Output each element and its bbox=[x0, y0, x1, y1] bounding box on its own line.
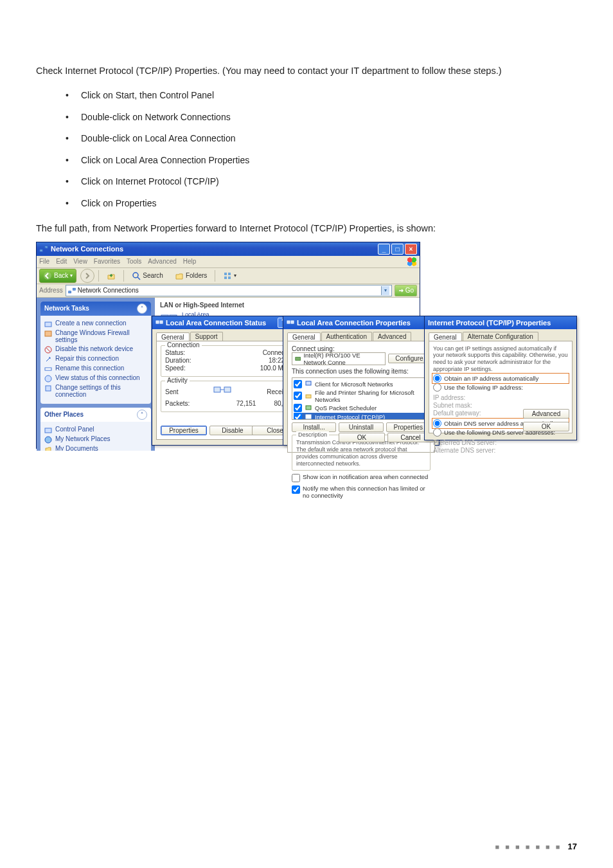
minimize-button[interactable]: _ bbox=[378, 244, 390, 255]
tab-advanced[interactable]: Advanced bbox=[373, 332, 411, 341]
address-value: Network Connections bbox=[78, 287, 139, 294]
collapse-icon[interactable]: ˄ bbox=[137, 410, 147, 420]
titlebar[interactable]: Network Connections _ □ × bbox=[37, 242, 420, 256]
tab-alternate[interactable]: Alternate Configuration bbox=[463, 332, 538, 341]
views-icon bbox=[223, 271, 232, 280]
svg-rect-26 bbox=[214, 387, 220, 392]
tab-authentication[interactable]: Authentication bbox=[321, 332, 372, 341]
go-label: Go bbox=[405, 287, 414, 294]
step-item: Click on Local Area Connection Propertie… bbox=[66, 154, 577, 167]
advanced-button[interactable]: Advanced bbox=[523, 409, 569, 419]
radio[interactable] bbox=[433, 428, 441, 437]
other-places-header[interactable]: Other Places ˄ bbox=[40, 408, 151, 422]
adapter-name: Intel(R) PRO/100 VE Network Conne bbox=[303, 352, 382, 366]
install-button[interactable]: Install... bbox=[292, 422, 336, 432]
steps-list: Click on Start, then Control Panel Doubl… bbox=[36, 89, 577, 210]
folders-icon bbox=[175, 271, 184, 280]
back-button[interactable]: Back ▾ bbox=[39, 269, 76, 283]
uninstall-button[interactable]: Uninstall bbox=[339, 422, 383, 432]
menu-help[interactable]: Help bbox=[183, 258, 197, 265]
item-check[interactable] bbox=[294, 404, 302, 412]
radio[interactable] bbox=[433, 419, 441, 428]
up-button[interactable] bbox=[103, 269, 120, 283]
dialog-titlebar[interactable]: Internet Protocol (TCP/IP) Properties bbox=[425, 316, 576, 329]
tcpip-properties-dialog: Internet Protocol (TCP/IP) Properties Ge… bbox=[424, 316, 577, 440]
svg-point-3 bbox=[133, 273, 138, 278]
dialog-title: Local Area Connection Status bbox=[166, 319, 266, 327]
menu-favorites[interactable]: Favorites bbox=[94, 258, 120, 265]
radio-use-ip[interactable]: Use the following IP address: bbox=[433, 383, 568, 392]
properties-button[interactable]: Properties bbox=[161, 426, 207, 435]
tcpip-icon bbox=[305, 413, 312, 420]
ok-button[interactable]: OK bbox=[523, 422, 569, 431]
tab-general[interactable]: General bbox=[429, 332, 462, 341]
address-dropdown-icon[interactable]: ▾ bbox=[381, 286, 389, 295]
list-item[interactable]: Client for Microsoft Networks bbox=[294, 380, 429, 388]
place-item[interactable]: Control Panel bbox=[44, 426, 147, 434]
step-item: Double-click on Local Area Connection bbox=[66, 132, 577, 145]
search-icon bbox=[132, 271, 141, 280]
item-check[interactable] bbox=[294, 413, 302, 420]
item-check[interactable] bbox=[294, 392, 302, 400]
list-item[interactable]: File and Printer Sharing for Microsoft N… bbox=[294, 389, 429, 403]
menu-advanced[interactable]: Advanced bbox=[148, 258, 176, 265]
svg-rect-32 bbox=[306, 381, 311, 385]
task-item[interactable]: Disable this network device bbox=[44, 345, 147, 354]
radio[interactable] bbox=[433, 374, 441, 383]
item-check[interactable] bbox=[294, 380, 302, 388]
collapse-icon[interactable]: ˄ bbox=[137, 303, 147, 314]
dialog-titlebar[interactable]: Local Area Connection Properties bbox=[283, 316, 439, 329]
dialog-title: Local Area Connection Properties bbox=[297, 319, 411, 327]
tab-support[interactable]: Support bbox=[190, 332, 223, 341]
search-button[interactable]: Search bbox=[128, 269, 167, 283]
my-documents-icon bbox=[44, 446, 52, 451]
step-item: Click on Start, then Control Panel bbox=[66, 89, 577, 102]
menu-file[interactable]: File bbox=[39, 258, 49, 265]
close-button[interactable]: × bbox=[405, 244, 417, 255]
step-item: Click on Internet Protocol (TCP/IP) bbox=[66, 176, 577, 188]
task-item[interactable]: Rename this connection bbox=[44, 365, 147, 373]
show-icon-check[interactable] bbox=[292, 474, 300, 482]
svg-rect-7 bbox=[224, 276, 227, 279]
network-tasks-header[interactable]: Network Tasks ˄ bbox=[40, 302, 151, 316]
maximize-button[interactable]: □ bbox=[391, 244, 404, 255]
folders-button[interactable]: Folders bbox=[171, 269, 211, 283]
address-combo[interactable]: Network Connections ▾ bbox=[66, 285, 392, 296]
radio-obtain-ip[interactable]: Obtain an IP address automatically bbox=[433, 374, 568, 383]
search-label: Search bbox=[143, 272, 163, 279]
list-item-tcpip[interactable]: Internet Protocol (TCP/IP) bbox=[294, 413, 429, 420]
tab-general[interactable]: General bbox=[156, 332, 190, 341]
place-item[interactable]: My Documents bbox=[44, 445, 147, 451]
description-text: Transmission Control Protocol/Internet P… bbox=[296, 439, 426, 467]
go-button[interactable]: Go bbox=[395, 285, 417, 296]
menu-bar[interactable]: File Edit View Favorites Tools Advanced … bbox=[37, 256, 420, 268]
views-button[interactable]: ▾ bbox=[219, 269, 240, 283]
radio[interactable] bbox=[433, 383, 441, 392]
task-item[interactable]: Change settings of this connection bbox=[44, 384, 147, 399]
place-item[interactable]: My Network Places bbox=[44, 435, 147, 444]
ok-button[interactable]: OK bbox=[339, 433, 385, 442]
page-footer: ■ ■ ■ ■ ■ ■ ■ 17 bbox=[495, 842, 577, 851]
menu-edit[interactable]: Edit bbox=[56, 258, 67, 265]
adapter-box: Intel(R) PRO/100 VE Network Conne bbox=[292, 352, 386, 365]
tab-general[interactable]: General bbox=[287, 332, 321, 341]
adns-label: Alternate DNS server: bbox=[433, 447, 495, 454]
forward-button[interactable] bbox=[80, 269, 94, 283]
disable-button[interactable]: Disable bbox=[209, 426, 256, 435]
task-item[interactable]: Change Windows Firewall settings bbox=[44, 329, 147, 344]
firewall-icon bbox=[44, 330, 52, 338]
folder-up-icon bbox=[107, 271, 116, 280]
packets-sent: 72,151 bbox=[236, 400, 256, 407]
notify-check[interactable] bbox=[292, 485, 300, 494]
menu-view[interactable]: View bbox=[73, 258, 87, 265]
task-item[interactable]: Create a new connection bbox=[44, 320, 147, 328]
svg-line-14 bbox=[46, 348, 50, 352]
svg-point-16 bbox=[45, 375, 51, 382]
list-item[interactable]: QoS Packet Scheduler bbox=[294, 404, 429, 412]
task-item[interactable]: Repair this connection bbox=[44, 355, 147, 363]
task-item[interactable]: View status of this connection bbox=[44, 374, 147, 383]
views-dd: ▾ bbox=[234, 273, 236, 278]
menu-tools[interactable]: Tools bbox=[127, 258, 141, 265]
disable-icon bbox=[44, 346, 52, 354]
item-list[interactable]: Client for Microsoft Networks File and P… bbox=[292, 377, 431, 420]
